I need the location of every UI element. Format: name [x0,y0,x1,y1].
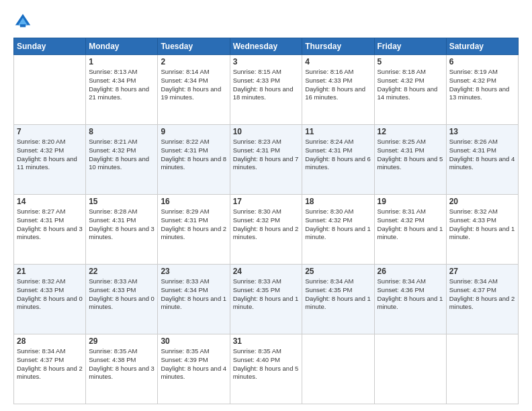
day-info: Sunrise: 8:16 AMSunset: 4:33 PMDaylight:… [305,68,371,102]
day-info: Sunrise: 8:27 AMSunset: 4:31 PMDaylight:… [17,208,83,242]
day-info: Sunrise: 8:34 AMSunset: 4:37 PMDaylight:… [449,277,515,312]
weekday-header: Monday [86,38,158,55]
weekday-header: Saturday [446,38,518,55]
logo [13,12,35,31]
day-number: 4 [305,57,371,66]
calendar-cell: 25Sunrise: 8:34 AMSunset: 4:35 PMDayligh… [302,265,374,334]
day-number: 20 [449,197,515,206]
day-number: 22 [89,267,154,276]
day-number: 12 [378,127,443,136]
day-info: Sunrise: 8:26 AMSunset: 4:31 PMDaylight:… [449,138,515,172]
calendar-cell: 17Sunrise: 8:30 AMSunset: 4:32 PMDayligh… [230,195,302,265]
day-number: 25 [305,267,371,276]
day-number: 18 [305,197,371,206]
day-number: 28 [17,336,83,346]
day-number: 6 [449,57,515,66]
calendar-cell: 1Sunrise: 8:13 AMSunset: 4:34 PMDaylight… [86,55,158,125]
calendar-cell: 18Sunrise: 8:30 AMSunset: 4:32 PMDayligh… [302,195,374,265]
calendar-header-row: SundayMondayTuesdayWednesdayThursdayFrid… [14,38,519,55]
day-number: 10 [233,127,300,136]
day-info: Sunrise: 8:33 AMSunset: 4:33 PMDaylight:… [89,277,154,312]
weekday-header: Sunday [14,38,86,55]
day-info: Sunrise: 8:14 AMSunset: 4:34 PMDaylight:… [161,68,226,102]
weekday-header: Friday [374,38,446,55]
day-info: Sunrise: 8:19 AMSunset: 4:32 PMDaylight:… [449,68,515,102]
calendar-cell: 20Sunrise: 8:32 AMSunset: 4:33 PMDayligh… [446,195,518,265]
calendar-cell: 24Sunrise: 8:33 AMSunset: 4:35 PMDayligh… [230,265,302,334]
calendar-cell: 22Sunrise: 8:33 AMSunset: 4:33 PMDayligh… [86,265,158,334]
logo-icon [13,12,32,31]
calendar-cell: 7Sunrise: 8:20 AMSunset: 4:32 PMDaylight… [14,125,86,195]
day-info: Sunrise: 8:13 AMSunset: 4:34 PMDaylight:… [89,68,154,102]
day-number: 14 [17,197,83,206]
day-info: Sunrise: 8:28 AMSunset: 4:31 PMDaylight:… [89,208,154,242]
day-number: 29 [89,336,154,346]
day-info: Sunrise: 8:35 AMSunset: 4:38 PMDaylight:… [89,347,154,381]
calendar-cell: 21Sunrise: 8:32 AMSunset: 4:33 PMDayligh… [14,265,86,334]
calendar-cell [14,55,86,125]
day-number: 16 [161,197,226,206]
calendar-cell: 6Sunrise: 8:19 AMSunset: 4:32 PMDaylight… [446,55,518,125]
day-info: Sunrise: 8:33 AMSunset: 4:35 PMDaylight:… [233,277,300,312]
calendar-cell: 11Sunrise: 8:24 AMSunset: 4:31 PMDayligh… [302,125,374,195]
day-number: 5 [378,57,443,66]
day-info: Sunrise: 8:30 AMSunset: 4:32 PMDaylight:… [233,208,300,242]
day-number: 30 [161,336,226,346]
calendar-cell: 8Sunrise: 8:21 AMSunset: 4:32 PMDaylight… [86,125,158,195]
day-number: 21 [17,267,83,276]
day-number: 2 [161,57,226,66]
calendar-cell: 2Sunrise: 8:14 AMSunset: 4:34 PMDaylight… [158,55,230,125]
calendar-cell [446,334,518,404]
day-info: Sunrise: 8:34 AMSunset: 4:35 PMDaylight:… [305,277,371,312]
day-info: Sunrise: 8:15 AMSunset: 4:33 PMDaylight:… [233,68,300,102]
day-number: 26 [378,267,443,276]
day-number: 24 [233,267,300,276]
calendar-cell: 31Sunrise: 8:35 AMSunset: 4:40 PMDayligh… [230,334,302,404]
day-info: Sunrise: 8:20 AMSunset: 4:32 PMDaylight:… [17,138,83,172]
day-info: Sunrise: 8:21 AMSunset: 4:32 PMDaylight:… [89,138,154,172]
calendar-cell: 16Sunrise: 8:29 AMSunset: 4:31 PMDayligh… [158,195,230,265]
day-number: 23 [161,267,226,276]
calendar-cell: 26Sunrise: 8:34 AMSunset: 4:36 PMDayligh… [374,265,446,334]
day-info: Sunrise: 8:22 AMSunset: 4:31 PMDaylight:… [161,138,226,172]
calendar-cell: 15Sunrise: 8:28 AMSunset: 4:31 PMDayligh… [86,195,158,265]
calendar-cell: 27Sunrise: 8:34 AMSunset: 4:37 PMDayligh… [446,265,518,334]
day-info: Sunrise: 8:31 AMSunset: 4:32 PMDaylight:… [378,208,443,242]
day-number: 8 [89,127,154,136]
day-number: 13 [449,127,515,136]
svg-rect-2 [20,24,26,27]
calendar-cell [374,334,446,404]
day-number: 1 [89,57,154,66]
weekday-header: Tuesday [158,38,230,55]
calendar-cell [302,334,374,404]
calendar-week-row: 28Sunrise: 8:34 AMSunset: 4:37 PMDayligh… [14,334,519,404]
day-info: Sunrise: 8:33 AMSunset: 4:34 PMDaylight:… [161,277,226,312]
calendar-week-row: 14Sunrise: 8:27 AMSunset: 4:31 PMDayligh… [14,195,519,265]
day-info: Sunrise: 8:29 AMSunset: 4:31 PMDaylight:… [161,208,226,242]
day-info: Sunrise: 8:34 AMSunset: 4:36 PMDaylight:… [378,277,443,312]
weekday-header: Wednesday [230,38,302,55]
day-info: Sunrise: 8:35 AMSunset: 4:39 PMDaylight:… [161,347,226,381]
calendar-cell: 28Sunrise: 8:34 AMSunset: 4:37 PMDayligh… [14,334,86,404]
day-number: 31 [233,336,300,346]
calendar-cell: 13Sunrise: 8:26 AMSunset: 4:31 PMDayligh… [446,125,518,195]
day-info: Sunrise: 8:32 AMSunset: 4:33 PMDaylight:… [17,277,83,312]
day-info: Sunrise: 8:30 AMSunset: 4:32 PMDaylight:… [305,208,371,242]
day-number: 19 [378,197,443,206]
calendar-cell: 29Sunrise: 8:35 AMSunset: 4:38 PMDayligh… [86,334,158,404]
calendar-cell: 14Sunrise: 8:27 AMSunset: 4:31 PMDayligh… [14,195,86,265]
day-number: 15 [89,197,154,206]
page: SundayMondayTuesdayWednesdayThursdayFrid… [0,0,532,411]
calendar-table: SundayMondayTuesdayWednesdayThursdayFrid… [13,38,519,404]
calendar-cell: 19Sunrise: 8:31 AMSunset: 4:32 PMDayligh… [374,195,446,265]
weekday-header: Thursday [302,38,374,55]
day-info: Sunrise: 8:34 AMSunset: 4:37 PMDaylight:… [17,347,83,381]
day-info: Sunrise: 8:18 AMSunset: 4:32 PMDaylight:… [378,68,443,102]
calendar-cell: 23Sunrise: 8:33 AMSunset: 4:34 PMDayligh… [158,265,230,334]
calendar-cell: 3Sunrise: 8:15 AMSunset: 4:33 PMDaylight… [230,55,302,125]
day-info: Sunrise: 8:35 AMSunset: 4:40 PMDaylight:… [233,347,300,381]
header [13,12,519,31]
calendar-week-row: 21Sunrise: 8:32 AMSunset: 4:33 PMDayligh… [14,265,519,334]
day-number: 9 [161,127,226,136]
day-number: 27 [449,267,515,276]
